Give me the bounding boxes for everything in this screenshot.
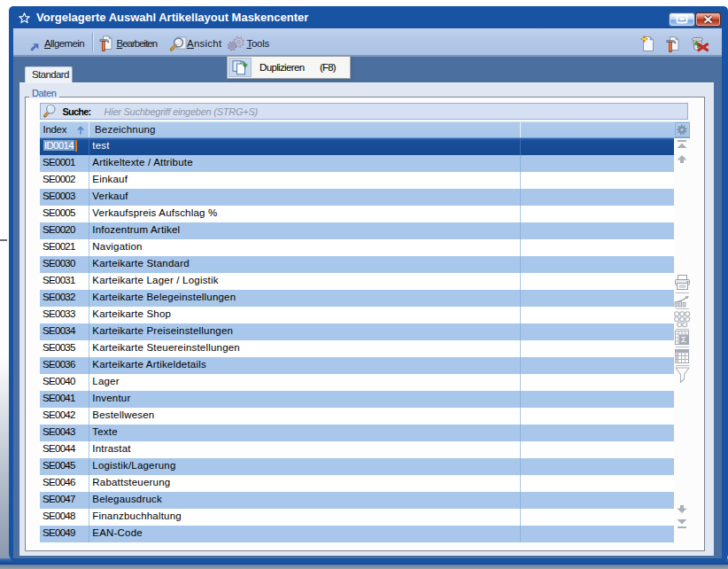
svg-text:Σ: Σ: [681, 334, 686, 344]
